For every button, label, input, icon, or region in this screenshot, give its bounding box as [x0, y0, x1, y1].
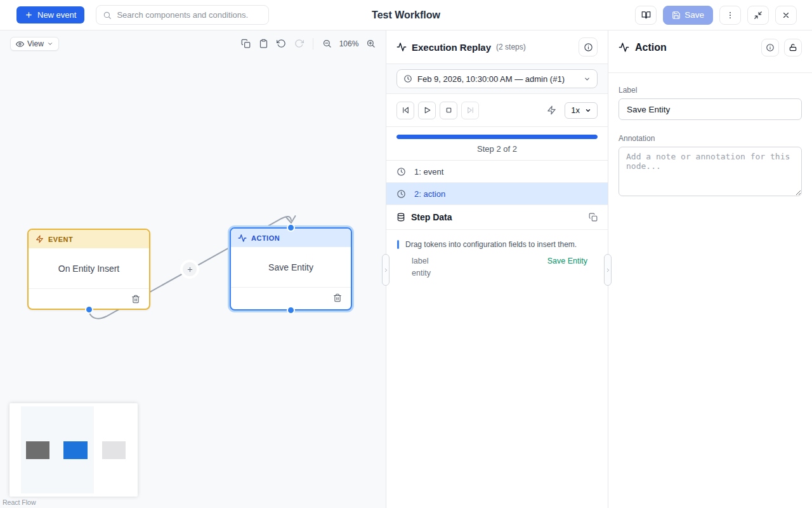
main-area: View — [0, 30, 812, 508]
hint-accent-bar — [397, 240, 399, 249]
chevron-down-icon — [47, 41, 53, 47]
top-bar: New event Test Workflow Save — [0, 0, 812, 30]
lock-toggle-button[interactable] — [784, 39, 802, 57]
skip-back-icon — [402, 106, 410, 114]
workflow-canvas[interactable]: View — [0, 30, 386, 508]
top-bar-actions: Save — [635, 6, 797, 25]
plus-icon — [25, 11, 33, 19]
label-input[interactable] — [619, 98, 802, 120]
chevron-down-icon — [585, 107, 591, 114]
paste-button[interactable] — [258, 37, 270, 50]
new-event-button[interactable]: New event — [16, 6, 84, 23]
step-data-row: entity — [386, 267, 608, 279]
replay-steps-count: (2 steps) — [496, 43, 526, 51]
action-target-handle[interactable] — [287, 224, 295, 232]
action-source-handle[interactable] — [287, 306, 295, 314]
step-back-button[interactable] — [396, 102, 414, 119]
run-selector[interactable]: Feb 9, 2026, 10:30:00 AM — admin (#1) — [396, 69, 598, 88]
run-selector-row: Feb 9, 2026, 10:30:00 AM — admin (#1) — [386, 64, 608, 94]
action-node-footer — [231, 287, 351, 307]
clock-icon — [403, 74, 412, 83]
collapse-inspector-handle[interactable] — [604, 254, 612, 286]
replay-header: Execution Replay (2 steps) — [386, 30, 608, 64]
delete-event-node-button[interactable] — [130, 293, 141, 305]
copy-step-data-button[interactable] — [589, 213, 598, 222]
save-label: Save — [684, 10, 704, 20]
token-key: label — [412, 257, 428, 265]
search-box — [96, 5, 269, 25]
docs-button[interactable] — [635, 6, 657, 25]
speed-select[interactable]: 1x — [565, 102, 598, 119]
stop-icon — [445, 106, 453, 114]
inspector-panel: Action Label Anno — [608, 30, 812, 508]
search-input[interactable] — [117, 10, 262, 20]
database-icon — [396, 213, 405, 222]
event-node[interactable]: EVENT On Entity Insert — [27, 229, 150, 310]
action-node-title: Save Entity — [231, 247, 351, 287]
progress-track — [396, 135, 598, 139]
step-item-2[interactable]: 2: action — [386, 183, 608, 205]
close-icon — [782, 11, 790, 20]
event-node-header: EVENT — [29, 230, 149, 248]
inspector-info-button[interactable] — [761, 39, 779, 57]
info-icon — [766, 43, 775, 52]
book-open-icon — [641, 10, 651, 20]
zoom-in-button[interactable] — [365, 37, 377, 50]
save-icon — [672, 11, 681, 20]
label-field-label: Label — [619, 86, 802, 95]
play-icon — [423, 106, 431, 114]
minimap[interactable] — [10, 403, 138, 497]
inspector-title: Action — [635, 42, 667, 53]
playback-controls: 1x — [386, 94, 608, 127]
close-button[interactable] — [775, 6, 797, 25]
inspector-body: Label Annotation — [608, 73, 812, 211]
more-options-button[interactable] — [719, 6, 741, 25]
chevron-right-icon — [383, 267, 389, 273]
delete-action-node-button[interactable] — [332, 292, 343, 304]
progress-label: Step 2 of 2 — [396, 144, 598, 154]
annotation-textarea[interactable] — [619, 147, 802, 196]
minimap-event-node — [26, 441, 49, 459]
step-item-1[interactable]: 1: event — [386, 161, 608, 183]
collapse-replay-handle[interactable] — [382, 254, 390, 286]
edge-arrowhead — [286, 216, 296, 223]
view-menu-button[interactable]: View — [10, 37, 59, 51]
redo-button[interactable] — [293, 37, 305, 50]
speed-value: 1x — [571, 105, 580, 115]
zap-icon — [36, 235, 44, 243]
zoom-level: 106% — [339, 39, 359, 48]
toolbar-divider — [313, 38, 313, 50]
action-node[interactable]: ACTION Save Entity — [230, 227, 352, 311]
minimap-action-node — [63, 441, 88, 459]
new-event-label: New event — [37, 10, 76, 20]
copy-button[interactable] — [240, 37, 252, 50]
step-data-row: label Save Entity — [386, 255, 608, 267]
event-node-title: On Entity Insert — [29, 248, 149, 288]
view-label: View — [27, 39, 44, 48]
react-flow-attribution[interactable]: React Flow — [1, 498, 37, 506]
page-title: Test Workflow — [372, 10, 440, 21]
clock-icon — [396, 189, 406, 199]
hint-text: Drag tokens into configuration fields to… — [405, 240, 577, 249]
skip-forward-icon — [466, 106, 475, 114]
stop-button[interactable] — [440, 102, 457, 119]
info-icon — [584, 43, 593, 52]
execution-replay-panel: Execution Replay (2 steps) Feb 9, 2026, … — [386, 30, 608, 508]
replay-progress: Step 2 of 2 — [386, 127, 608, 161]
play-button[interactable] — [418, 102, 436, 119]
save-button[interactable]: Save — [663, 6, 713, 25]
unlock-icon — [789, 43, 797, 52]
minimize-button[interactable] — [747, 6, 769, 25]
copy-icon — [589, 213, 598, 222]
undo-button[interactable] — [275, 37, 287, 50]
step-forward-button[interactable] — [461, 102, 479, 119]
token-value[interactable]: Save Entity — [547, 257, 587, 265]
run-option-label: Feb 9, 2026, 10:30:00 AM — admin (#1) — [417, 74, 565, 84]
chevron-right-icon — [605, 267, 611, 273]
edge-insert-button[interactable] — [183, 262, 197, 276]
zoom-out-button[interactable] — [321, 37, 333, 50]
minimize-icon — [754, 11, 763, 20]
plus-icon — [187, 266, 193, 273]
replay-info-button[interactable] — [579, 37, 598, 57]
event-source-handle[interactable] — [85, 305, 93, 314]
